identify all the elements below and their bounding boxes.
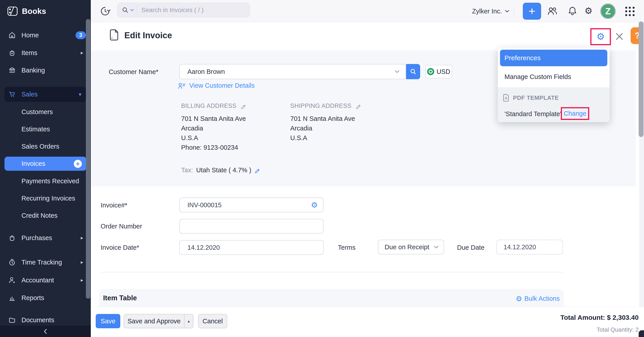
search-divider xyxy=(137,6,137,14)
close-icon[interactable] xyxy=(615,32,624,41)
sidebar: Books Home 3 Items ▸ Banking Sales ▾ Cus… xyxy=(0,0,91,337)
total-amount: Total Amount: $ 2,303.40 xyxy=(560,314,639,321)
sidebar-item-invoices[interactable]: Invoices + xyxy=(4,157,86,171)
save-button[interactable]: Save xyxy=(96,314,120,328)
global-search-input[interactable]: Search in Invoices ( / ) xyxy=(117,3,250,18)
chevron-left-icon xyxy=(43,328,48,334)
save-options-caret-icon[interactable]: ▴ xyxy=(184,314,193,328)
currency-icon xyxy=(427,68,434,75)
chevron-down-icon xyxy=(433,245,439,249)
chevron-down-icon xyxy=(394,69,400,74)
invoice-date-label: Invoice Date* xyxy=(100,244,139,251)
invoice-date-input[interactable]: 14.12.2020 xyxy=(179,240,324,255)
sidebar-item-sales[interactable]: Sales ▾ xyxy=(4,87,86,102)
order-number-label: Order Number xyxy=(100,223,142,230)
footer-action-bar: Save Save and Approve ▴ Cancel Total Amo… xyxy=(91,307,644,337)
apps-grid-icon[interactable] xyxy=(625,7,634,16)
sidebar-item-accountant[interactable]: Accountant ▸ xyxy=(0,274,91,286)
sidebar-item-purchases[interactable]: Purchases ▸ xyxy=(0,232,91,244)
notifications-bell-icon[interactable] xyxy=(568,6,577,16)
pdf-template-header: PDF TEMPLATE xyxy=(513,94,559,101)
invoice-number-settings-gear-icon[interactable]: ⚙ xyxy=(311,201,318,209)
invoice-settings-gear-icon[interactable]: ⚙ xyxy=(596,32,605,41)
bulk-actions-link[interactable]: ⚙ Bulk Actions xyxy=(516,295,560,302)
books-logo-icon xyxy=(7,6,18,16)
sidebar-item-sales-orders[interactable]: Sales Orders xyxy=(0,140,91,153)
view-customer-details-link[interactable]: View Customer Details xyxy=(178,82,255,89)
chat-widget-corner[interactable] xyxy=(639,330,644,337)
sales-cart-icon xyxy=(8,91,16,98)
due-date-input[interactable]: 14.12.2020 xyxy=(496,240,563,254)
search-scope-caret-icon[interactable] xyxy=(130,8,134,12)
billing-address: 701 N Santa Anita Ave Arcadia U.S.A Phon… xyxy=(181,114,246,152)
order-number-input[interactable] xyxy=(179,219,324,234)
brand-name: Books xyxy=(22,7,46,16)
invoice-number-label: Invoice#* xyxy=(100,202,127,209)
time-tracking-icon xyxy=(8,259,16,266)
topbar: Search in Invoices ( / ) Zylker Inc. + ⚙… xyxy=(91,0,644,22)
sidebar-item-banking[interactable]: Banking xyxy=(0,64,91,77)
chevron-down-icon xyxy=(505,9,509,13)
save-and-approve-button[interactable]: Save and Approve ▴ xyxy=(124,314,194,328)
pdf-template-section: PDF TEMPLATE 'Standard Template' Change xyxy=(498,87,610,122)
customer-search-button[interactable] xyxy=(406,64,420,79)
item-table-title: Item Table xyxy=(103,294,137,302)
home-icon xyxy=(8,32,16,39)
menu-item-manage-custom-fields[interactable]: Manage Custom Fields xyxy=(504,73,571,81)
menu-item-preferences[interactable]: Preferences xyxy=(500,50,607,66)
change-template-link[interactable]: Change xyxy=(564,110,586,117)
scrollbar-thumb[interactable] xyxy=(639,22,644,137)
sidebar-item-home[interactable]: Home 3 xyxy=(0,29,91,41)
app-window: Books Home 3 Items ▸ Banking Sales ▾ Cus… xyxy=(0,0,644,337)
org-selector[interactable]: Zylker Inc. xyxy=(472,0,509,22)
users-icon[interactable] xyxy=(547,6,557,16)
sidebar-item-customers[interactable]: Customers xyxy=(0,106,91,118)
edit-billing-pencil-icon[interactable] xyxy=(240,103,247,109)
tax-row: Tax: Utah State ( 4.7% ) xyxy=(181,166,261,174)
customer-select[interactable]: Aaron Brown xyxy=(179,64,406,79)
section-divider xyxy=(101,272,563,272)
terms-select[interactable]: Due on Receipt xyxy=(378,240,444,254)
due-date-label: Due Date xyxy=(457,244,484,251)
item-table-section: Item Table ⚙ Bulk Actions xyxy=(99,289,564,307)
new-invoice-plus-icon[interactable]: + xyxy=(74,160,82,168)
expand-arrow-icon: ▸ xyxy=(81,50,83,56)
terms-label: Terms xyxy=(338,244,356,251)
banking-icon xyxy=(8,67,16,74)
customer-name-label: Customer Name* xyxy=(109,68,158,76)
settings-dropdown-menu: Preferences Manage Custom Fields PDF TEM… xyxy=(498,48,610,122)
cancel-button[interactable]: Cancel xyxy=(198,314,227,328)
sidebar-item-credit-notes[interactable]: Credit Notes xyxy=(0,209,91,222)
total-quantity: Total Quantity: 2 xyxy=(560,326,639,333)
topbar-divider xyxy=(514,6,514,16)
expand-arrow-icon: ▸ xyxy=(81,259,83,265)
edit-shipping-pencil-icon[interactable] xyxy=(356,103,362,109)
sidebar-item-time-tracking[interactable]: Time Tracking ▸ xyxy=(0,256,91,268)
documents-icon xyxy=(8,316,16,323)
recent-history-icon[interactable] xyxy=(100,6,110,17)
quick-create-button[interactable]: + xyxy=(523,3,541,20)
current-template-name: 'Standard Template' xyxy=(504,110,561,118)
search-icon xyxy=(122,7,128,14)
search-placeholder: Search in Invoices ( / ) xyxy=(141,7,204,14)
sidebar-item-reports[interactable]: Reports xyxy=(0,291,91,304)
billing-address-header: BILLING ADDRESS xyxy=(181,103,247,109)
sidebar-item-documents[interactable]: Documents xyxy=(0,314,91,326)
settings-gear-icon[interactable]: ⚙ xyxy=(584,6,592,15)
sidebar-item-payments-received[interactable]: Payments Received xyxy=(0,175,91,187)
sidebar-item-items[interactable]: Items ▸ xyxy=(0,47,91,59)
user-avatar[interactable]: Z xyxy=(600,3,616,19)
invoice-number-input[interactable]: INV-000015 ⚙ xyxy=(179,198,324,212)
annotation-gear-highlight: ⚙ xyxy=(590,28,611,45)
sidebar-scrollbar-thumb[interactable] xyxy=(86,19,90,299)
app-logo[interactable]: Books xyxy=(0,0,91,22)
expand-arrow-icon: ▸ xyxy=(81,235,83,241)
collapse-caret-icon: ▾ xyxy=(79,91,82,98)
sidebar-item-estimates[interactable]: Estimates xyxy=(0,123,91,135)
sidebar-collapse-button[interactable] xyxy=(0,325,91,337)
currency-selector[interactable]: USD xyxy=(425,65,452,78)
tax-value: Utah State ( 4.7% ) xyxy=(196,166,251,174)
sidebar-item-recurring-invoices[interactable]: Recurring Invoices xyxy=(0,192,91,205)
shipping-address: 701 N Santa Anita Ave Arcadia U.S.A xyxy=(290,114,355,143)
edit-tax-pencil-icon[interactable] xyxy=(254,167,261,173)
